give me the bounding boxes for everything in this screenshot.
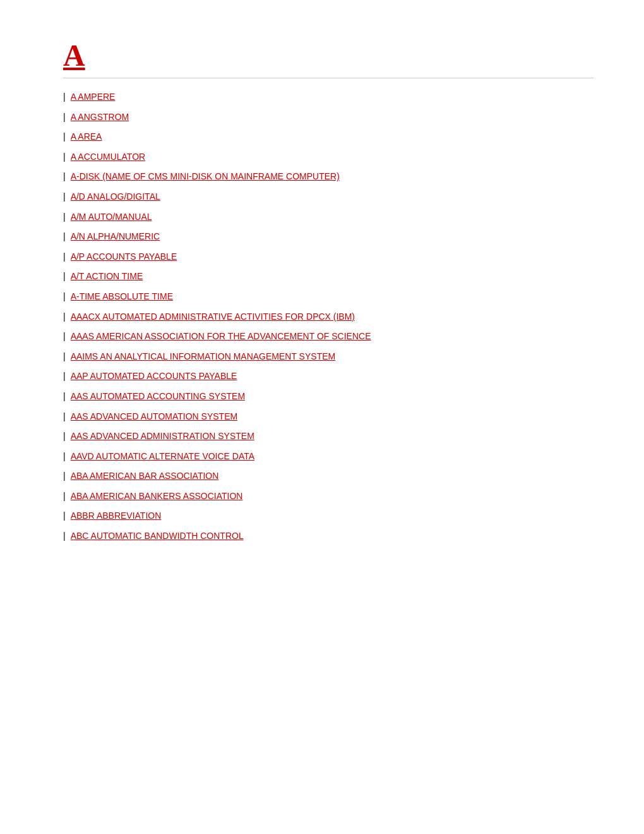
entry-link-a-disk[interactable]: A-DISK (NAME OF CMS MINI-DISK ON MAINFRA… <box>71 171 340 183</box>
list-item: |A-TIME ABSOLUTE TIME <box>63 291 593 303</box>
list-item: |ABA AMERICAN BANKERS ASSOCIATION <box>63 490 593 503</box>
entry-link-abbr[interactable]: ABBR ABBREVIATION <box>71 510 162 523</box>
pipe-separator: | <box>63 211 66 224</box>
entry-link-abc[interactable]: ABC AUTOMATIC BANDWIDTH CONTROL <box>71 530 244 543</box>
entry-link-at-action-time[interactable]: A/T ACTION TIME <box>71 270 143 283</box>
list-item: |A/P ACCOUNTS PAYABLE <box>63 251 593 263</box>
list-item: |A/T ACTION TIME <box>63 270 593 283</box>
list-item: |AAVD AUTOMATIC ALTERNATE VOICE DATA <box>63 450 593 463</box>
entry-link-aavd[interactable]: AAVD AUTOMATIC ALTERNATE VOICE DATA <box>71 450 254 463</box>
pipe-separator: | <box>63 490 66 503</box>
list-item: |AAP AUTOMATED ACCOUNTS PAYABLE <box>63 370 593 383</box>
pipe-separator: | <box>63 351 66 363</box>
list-item: |ABA AMERICAN BAR ASSOCIATION <box>63 470 593 483</box>
section-divider <box>63 78 593 78</box>
list-item: |A AREA <box>63 131 593 143</box>
list-item: |A/D ANALOG/DIGITAL <box>63 191 593 203</box>
pipe-separator: | <box>63 151 66 164</box>
list-item: |A AMPERE <box>63 91 593 104</box>
pipe-separator: | <box>63 311 66 323</box>
list-item: |A ANGSTROM <box>63 111 593 124</box>
entry-link-aba-bar[interactable]: ABA AMERICAN BAR ASSOCIATION <box>71 470 219 483</box>
section-header: A <box>63 38 593 73</box>
list-item: |AAIMS AN ANALYTICAL INFORMATION MANAGEM… <box>63 351 593 363</box>
pipe-separator: | <box>63 370 66 383</box>
entry-link-a-time-absolute-time[interactable]: A-TIME ABSOLUTE TIME <box>71 291 173 303</box>
pipe-separator: | <box>63 131 66 143</box>
list-item: |AAS AUTOMATED ACCOUNTING SYSTEM <box>63 390 593 403</box>
pipe-separator: | <box>63 330 66 343</box>
entry-link-am-auto-manual[interactable]: A/M AUTO/MANUAL <box>71 211 152 224</box>
entry-link-aaims[interactable]: AAIMS AN ANALYTICAL INFORMATION MANAGEME… <box>71 351 336 363</box>
entry-link-an-alpha-numeric[interactable]: A/N ALPHA/NUMERIC <box>71 231 160 243</box>
pipe-separator: | <box>63 291 66 303</box>
list-item: |ABC AUTOMATIC BANDWIDTH CONTROL <box>63 530 593 543</box>
pipe-separator: | <box>63 510 66 523</box>
list-item: |AAS ADVANCED AUTOMATION SYSTEM <box>63 411 593 423</box>
list-item: |A-DISK (NAME OF CMS MINI-DISK ON MAINFR… <box>63 171 593 183</box>
page-container: A |A AMPERE|A ANGSTROM|A AREA|A ACCUMULA… <box>0 0 644 588</box>
pipe-separator: | <box>63 411 66 423</box>
list-item: |A/N ALPHA/NUMERIC <box>63 231 593 243</box>
list-item: |A/M AUTO/MANUAL <box>63 211 593 224</box>
pipe-separator: | <box>63 450 66 463</box>
pipe-separator: | <box>63 430 66 443</box>
section-letter: A <box>63 38 85 73</box>
entry-link-aap[interactable]: AAP AUTOMATED ACCOUNTS PAYABLE <box>71 370 237 383</box>
entries-list: |A AMPERE|A ANGSTROM|A AREA|A ACCUMULATO… <box>63 91 593 543</box>
pipe-separator: | <box>63 231 66 243</box>
entry-link-aas-automation[interactable]: AAS ADVANCED AUTOMATION SYSTEM <box>71 411 238 423</box>
pipe-separator: | <box>63 91 66 104</box>
entry-link-ap-accounts-payable[interactable]: A/P ACCOUNTS PAYABLE <box>71 251 177 263</box>
entry-link-ad-analog-digital[interactable]: A/D ANALOG/DIGITAL <box>71 191 160 203</box>
pipe-separator: | <box>63 270 66 283</box>
list-item: |ABBR ABBREVIATION <box>63 510 593 523</box>
entry-link-aas-administration[interactable]: AAS ADVANCED ADMINISTRATION SYSTEM <box>71 430 254 443</box>
pipe-separator: | <box>63 191 66 203</box>
pipe-separator: | <box>63 530 66 543</box>
entry-link-a-accumulator[interactable]: A ACCUMULATOR <box>71 151 146 164</box>
list-item: |A ACCUMULATOR <box>63 151 593 164</box>
pipe-separator: | <box>63 390 66 403</box>
entry-link-a-area[interactable]: A AREA <box>71 131 102 143</box>
entry-link-a-angstrom[interactable]: A ANGSTROM <box>71 111 129 124</box>
entry-link-aaacx[interactable]: AAACX AUTOMATED ADMINISTRATIVE ACTIVITIE… <box>71 311 355 323</box>
entry-link-a-ampere[interactable]: A AMPERE <box>71 91 116 104</box>
pipe-separator: | <box>63 111 66 124</box>
entry-link-aaas[interactable]: AAAS AMERICAN ASSOCIATION FOR THE ADVANC… <box>71 330 371 343</box>
pipe-separator: | <box>63 171 66 183</box>
list-item: |AAACX AUTOMATED ADMINISTRATIVE ACTIVITI… <box>63 311 593 323</box>
pipe-separator: | <box>63 470 66 483</box>
entry-link-aas-accounting[interactable]: AAS AUTOMATED ACCOUNTING SYSTEM <box>71 390 245 403</box>
entry-link-aba-bankers[interactable]: ABA AMERICAN BANKERS ASSOCIATION <box>71 490 243 503</box>
list-item: |AAAS AMERICAN ASSOCIATION FOR THE ADVAN… <box>63 330 593 343</box>
list-item: |AAS ADVANCED ADMINISTRATION SYSTEM <box>63 430 593 443</box>
pipe-separator: | <box>63 251 66 263</box>
